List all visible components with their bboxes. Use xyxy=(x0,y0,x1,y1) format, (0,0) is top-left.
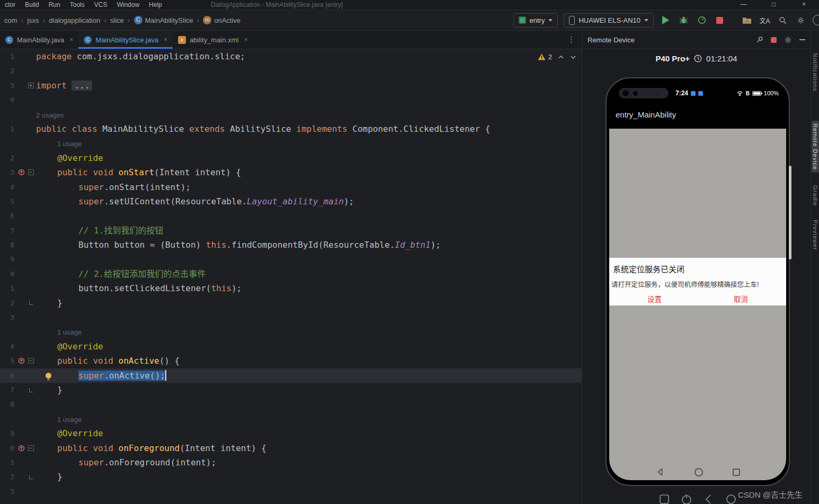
fold-expand-icon[interactable]: + xyxy=(28,83,34,88)
translate-icon[interactable]: 文A xyxy=(759,14,771,26)
dialog-message: 请打开定位服务，以便司机师傅能够精确接您上车! xyxy=(611,279,784,289)
menu-item-vcs[interactable]: VCS xyxy=(90,1,112,8)
battery-icon xyxy=(752,91,761,96)
breadcrumb-item-dialogapplication[interactable]: dialogapplication xyxy=(49,16,100,24)
code-editor[interactable]: 1package com.jsxs.dialogapplication.slic… xyxy=(0,49,582,504)
avatar[interactable] xyxy=(813,15,819,25)
breadcrumb-item-com[interactable]: com xyxy=(4,16,17,24)
tool-stripe-previewer[interactable]: Previewer xyxy=(812,217,819,253)
tab-MainAbilitySlice.java[interactable]: CMainAbilitySlice.java× xyxy=(78,31,173,49)
dialog-settings-button[interactable]: 设置 xyxy=(611,293,698,304)
fold-slot xyxy=(26,49,35,64)
usages-hint[interactable]: 1 usage xyxy=(57,328,82,336)
breadcrumb-item-onactive[interactable]: monActive xyxy=(203,16,241,24)
fold-marker[interactable]: − xyxy=(26,441,35,455)
battery-percent: 100% xyxy=(764,90,779,96)
menu-item-window[interactable]: Window xyxy=(112,1,144,8)
more-options-icon[interactable]: ⋮ xyxy=(561,31,582,49)
pin-icon[interactable] xyxy=(756,36,763,43)
back-icon[interactable] xyxy=(702,493,715,504)
breadcrumb: com›jsxs›dialogapplication›slice›CMainAb… xyxy=(4,16,241,24)
code-token: onActive xyxy=(119,356,159,366)
debug-button[interactable] xyxy=(678,14,690,26)
usages-hint[interactable]: 1 usage xyxy=(57,416,82,424)
tab-MainAbility.java[interactable]: CMainAbility.java× xyxy=(0,31,78,49)
minimize-button[interactable]: — xyxy=(728,0,759,10)
device-selector[interactable]: HUAWEI ELS-AN10 xyxy=(564,13,654,28)
tool-stripe-gradle[interactable]: Gradle xyxy=(812,183,819,209)
maximize-button[interactable]: □ xyxy=(759,0,789,10)
close-button[interactable]: × xyxy=(789,0,819,10)
device-icon xyxy=(569,16,575,25)
usages-hint[interactable]: 1 usage xyxy=(57,140,82,148)
fold-marker[interactable]: − xyxy=(26,354,35,368)
search-everywhere-button[interactable] xyxy=(777,14,789,26)
gutter-icon-slot xyxy=(16,64,26,78)
previous-issue-button[interactable] xyxy=(558,55,564,59)
tab-ability_main.xml[interactable]: xability_main.xml× xyxy=(173,31,253,49)
tool-stripe-remote-device[interactable]: Remote Device xyxy=(812,121,819,173)
usages-hint[interactable]: 2 usages xyxy=(36,111,64,119)
override-marker-icon[interactable] xyxy=(16,441,26,455)
settings-button[interactable] xyxy=(795,14,807,26)
breadcrumb-item-slice[interactable]: slice xyxy=(110,16,124,24)
code-token: this xyxy=(206,240,227,250)
menu-item-ctor[interactable]: ctor xyxy=(0,1,20,8)
line-number: 5 xyxy=(0,194,16,209)
module-selector[interactable]: entry xyxy=(513,13,558,28)
fold-collapse-icon[interactable]: − xyxy=(28,445,34,451)
code-line: 0−public void onForeground(Intent intent… xyxy=(0,441,582,455)
fold-marker[interactable] xyxy=(26,296,35,310)
power-icon[interactable] xyxy=(680,493,693,504)
code-line: 1public class MainAbilitySlice extends A… xyxy=(0,122,582,136)
menu-item-run[interactable]: Run xyxy=(44,1,65,8)
breadcrumb-label: jsxs xyxy=(27,16,39,24)
line-number: 0 xyxy=(0,267,16,281)
nav-home-icon[interactable] xyxy=(695,468,703,476)
phone-screen[interactable]: 7:24 B 100% entry_MainAbility xyxy=(609,81,786,480)
fold-marker[interactable] xyxy=(26,470,35,484)
fold-slot xyxy=(26,368,35,383)
fold-collapse-icon[interactable]: − xyxy=(28,169,34,175)
stop-button[interactable] xyxy=(714,14,726,26)
intention-bulb-icon[interactable] xyxy=(44,371,52,380)
close-icon[interactable]: × xyxy=(164,36,167,43)
fold-marker[interactable]: − xyxy=(26,165,35,179)
breadcrumb-item-mainabilityslice[interactable]: CMainAbilitySlice xyxy=(134,16,193,24)
stop-session-icon[interactable] xyxy=(771,37,777,43)
line-number: 5 xyxy=(0,354,16,368)
dialog-cancel-button[interactable]: 取消 xyxy=(698,293,784,304)
menu-item-tools[interactable]: Tools xyxy=(65,1,90,8)
next-issue-button[interactable] xyxy=(570,55,576,59)
close-icon[interactable]: × xyxy=(244,36,247,43)
profiler-button[interactable] xyxy=(696,14,708,26)
nav-recents-icon[interactable] xyxy=(733,469,740,476)
inspection-widget[interactable]: 2 xyxy=(538,53,576,61)
breadcrumb-separator-icon: › xyxy=(104,16,106,24)
menu-item-help[interactable]: Help xyxy=(144,1,167,8)
gutter-icon-slot xyxy=(16,296,26,310)
hide-panel-icon[interactable] xyxy=(799,39,805,40)
home-icon[interactable] xyxy=(725,493,737,504)
code-text: button.setClickedListener(this); xyxy=(36,281,242,295)
gutter: 1 xyxy=(0,122,36,136)
override-marker-icon[interactable] xyxy=(16,165,26,179)
fold-marker[interactable] xyxy=(26,383,35,397)
close-icon[interactable]: × xyxy=(69,36,73,43)
breadcrumb-item-jsxs[interactable]: jsxs xyxy=(27,16,39,24)
fold-marker[interactable]: + xyxy=(26,78,35,93)
gear-icon[interactable] xyxy=(784,36,792,44)
phone-status-bar: 7:24 B 100% xyxy=(609,81,786,100)
fold-collapse-icon[interactable]: − xyxy=(28,358,34,364)
nav-back-icon[interactable] xyxy=(656,467,665,476)
menu-item-build[interactable]: Build xyxy=(20,1,44,8)
tool-stripe-notifications[interactable]: Notifications xyxy=(812,50,819,94)
code-text: // 1.找到我们的按钮 xyxy=(36,223,163,238)
override-marker-icon[interactable] xyxy=(16,354,26,368)
code-token: super xyxy=(78,371,104,381)
rotate-screen-icon[interactable] xyxy=(658,493,671,504)
code-line: 2} xyxy=(0,296,582,310)
fold-slot xyxy=(26,339,35,354)
device-file-browser-button[interactable] xyxy=(741,14,753,26)
run-button[interactable] xyxy=(660,14,672,26)
